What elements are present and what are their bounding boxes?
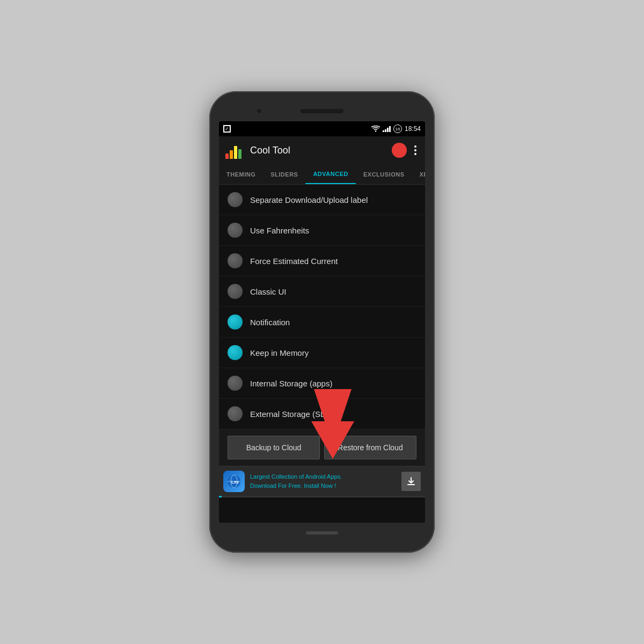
phone-device: ✓ 16	[209, 91, 435, 553]
label-keep-memory: Keep in Memory	[250, 348, 309, 357]
tab-xposed[interactable]: XPOSED	[412, 164, 425, 184]
phone-top-bar	[219, 101, 425, 121]
toggle-force-current[interactable]	[228, 253, 243, 268]
label-classic-ui: Classic UI	[250, 287, 287, 296]
phone-bottom-bar	[219, 523, 425, 543]
setting-row-5[interactable]: Keep in Memory	[219, 338, 425, 368]
ad-app-icon: Lite	[223, 471, 245, 492]
overflow-menu-button[interactable]	[412, 143, 419, 157]
progress-bar	[219, 496, 425, 497]
setting-row-0[interactable]: Separate Download/Upload label	[219, 185, 425, 215]
backup-to-cloud-button[interactable]: Backup to Cloud	[228, 436, 320, 459]
setting-row-1[interactable]: Use Fahrenheits	[219, 215, 425, 246]
ad-text-line1: Largest Collection of Android Apps.	[250, 473, 396, 480]
label-notification: Notification	[250, 318, 290, 327]
toggle-external-storage[interactable]	[228, 406, 243, 421]
wifi-icon	[371, 126, 380, 132]
tab-sliders[interactable]: SLIDERS	[263, 164, 305, 184]
status-left-icons: ✓	[223, 125, 231, 133]
restore-from-cloud-button[interactable]: Restore from Cloud	[324, 436, 416, 459]
setting-row-6[interactable]: Internal Storage (apps)	[219, 368, 425, 399]
front-camera	[257, 108, 262, 114]
toggle-keep-memory[interactable]	[228, 345, 243, 360]
label-fahrenheit: Use Fahrenheits	[250, 226, 309, 235]
record-button[interactable]	[392, 143, 407, 158]
cloud-buttons-row: Backup to Cloud Restore from Cloud	[219, 429, 425, 466]
tab-theming[interactable]: THEMING	[219, 164, 263, 184]
toggle-fahrenheit[interactable]	[228, 223, 243, 238]
earpiece-speaker	[301, 109, 343, 113]
label-external-storage: External Storage (SD)	[250, 409, 329, 419]
app-bar: Cool Tool	[219, 136, 425, 164]
label-internal-storage: Internal Storage (apps)	[250, 379, 332, 388]
progress-fill	[219, 496, 222, 497]
ad-download-button[interactable]	[401, 472, 421, 491]
ad-banner[interactable]: Lite Largest Collection of Android Apps.…	[219, 466, 425, 496]
toggle-internal-storage[interactable]	[228, 376, 243, 391]
dot3	[414, 153, 416, 155]
phone-screen: ✓ 16	[219, 121, 425, 523]
setting-row-3[interactable]: Classic UI	[219, 276, 425, 307]
setting-row-7[interactable]: External Storage (SD)	[219, 399, 425, 429]
tab-advanced[interactable]: ADVANCED	[305, 164, 356, 184]
ad-icon-image: Lite	[226, 474, 241, 489]
notification-badge: 16	[393, 125, 402, 133]
dot2	[414, 149, 416, 151]
settings-list: Separate Download/Upload label Use Fahre…	[219, 185, 425, 523]
app-logo	[225, 142, 245, 159]
tab-exclusions[interactable]: EXCLUSIONS	[356, 164, 412, 184]
ad-text-container: Largest Collection of Android Apps. Down…	[250, 473, 396, 489]
setting-row-2[interactable]: Force Estimated Current	[219, 246, 425, 276]
setting-row-4[interactable]: Notification	[219, 307, 425, 338]
svg-text:Lite: Lite	[231, 480, 239, 485]
toggle-separate-download[interactable]	[228, 192, 243, 207]
tabs-bar: THEMING SLIDERS ADVANCED EXCLUSIONS XPOS…	[219, 164, 425, 185]
notification-icon: ✓	[223, 125, 231, 133]
svg-point-0	[375, 130, 376, 131]
signal-icon	[383, 126, 391, 132]
status-bar: ✓ 16	[219, 121, 425, 136]
label-separate-download: Separate Download/Upload label	[250, 195, 368, 204]
dot1	[414, 145, 416, 148]
toggle-classic-ui[interactable]	[228, 284, 243, 299]
download-icon	[406, 477, 416, 486]
toggle-notification[interactable]	[228, 314, 243, 330]
app-title: Cool Tool	[250, 145, 386, 156]
status-time: 18:54	[405, 125, 421, 133]
label-force-current: Force Estimated Current	[250, 257, 338, 266]
status-right-icons: 16 18:54	[371, 125, 421, 133]
home-indicator	[306, 531, 338, 535]
ad-text-line2: Download For Free. Install Now !	[250, 482, 396, 489]
